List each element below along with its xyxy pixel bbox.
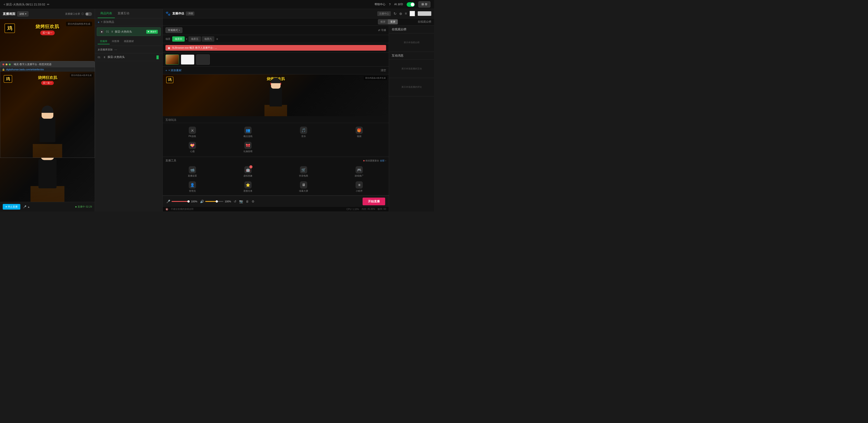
main-center-label[interactable]: 主播中心 <box>377 11 391 16</box>
scene-thumb-2-inner <box>181 55 194 64</box>
back-button[interactable]: < 探店-火热街头 08/11 21:33:02 <box>4 2 45 6</box>
save-button[interactable]: 保 存 <box>418 1 430 7</box>
scene-thumb-1-inner <box>166 55 179 64</box>
monitor-control-icon[interactable]: 🖥 <box>246 200 249 203</box>
scene-thumb-3[interactable] <box>196 55 210 65</box>
browser-close-dot[interactable] <box>2 63 4 65</box>
view-all-button[interactable]: 全部 <box>380 159 384 162</box>
screen-vertical-tab[interactable]: 竖屏 <box>388 19 398 24</box>
mini-program-label: 小程序 <box>356 189 363 192</box>
fps-label: 帧率: 60 <box>378 208 386 211</box>
refresh-icon[interactable]: ↻ <box>394 11 397 16</box>
ai-watermark-toggle[interactable] <box>407 2 415 7</box>
audio-number: 01 <box>98 56 101 59</box>
fans-item[interactable]: 👥 截点连线 <box>220 125 276 140</box>
screen-horizontal-tab[interactable]: 横屏 <box>378 19 388 24</box>
camera-control-icon[interactable]: 📷 <box>239 200 243 203</box>
full-screen-tool[interactable]: 🖥 绿幕大屏 <box>276 180 331 194</box>
heart-item[interactable]: 💝 心愿 <box>164 140 220 155</box>
live-tools-title: 直播工具 <box>165 159 176 162</box>
more-options-button[interactable]: ··· <box>114 48 117 51</box>
virtual-avatar-tool[interactable]: 🤖 ! 虚拟形象 <box>220 164 276 179</box>
browser-url[interactable]: digitalhuman.baidu.com/artistelite/obs <box>6 68 44 71</box>
from-library-label[interactable]: 从音频库添加 <box>98 48 113 51</box>
tab-products[interactable]: 商品列表 <box>98 9 115 18</box>
tiktok-shop-tool[interactable]: 🛒 抖音电商 <box>276 164 331 179</box>
online-viewers-section-title: 在线观众榜 <box>389 26 434 33</box>
tab-interaction[interactable]: 直播互动 <box>115 9 132 18</box>
color-picker[interactable] <box>410 11 415 16</box>
live-settings-label: 直播设置 <box>188 174 197 178</box>
pause-button[interactable]: ⏸ <box>111 30 114 33</box>
scene-area-label: 场景 <box>165 37 170 41</box>
live-settings-tool[interactable]: 📹 直播设置 <box>164 164 220 179</box>
manage-fans-tool[interactable]: 👤 管理员 <box>164 180 220 194</box>
pk-item[interactable]: ⚔ PK连线 <box>164 125 220 140</box>
tiktok-shop-label: 抖音电商 <box>299 174 308 178</box>
browser-maximize-dot[interactable] <box>9 63 11 65</box>
cpu-label: CPU: 1.10% <box>346 208 359 210</box>
scene-dropdown-icon[interactable]: ▾ <box>186 38 187 40</box>
status-bar: 🔇 不建议直播的游戏说明 CPU: 1.10% 内存: 45.36% 帧率: 6… <box>163 207 389 211</box>
scene-tab-4[interactable]: 场景四 <box>172 36 185 41</box>
no-game-notice: 🔇 <box>165 208 168 210</box>
scene-thumb-2[interactable] <box>181 55 194 65</box>
scene-thumbnails <box>163 53 389 67</box>
virtual-avatar-badge: ! <box>249 165 252 169</box>
game-promo-tool[interactable]: 🎮 游戏推广 <box>332 164 387 179</box>
heart-icon: 💝 <box>189 142 196 149</box>
mic-slider[interactable] <box>172 201 190 202</box>
scene-name: 探店-火热街头 <box>115 30 146 34</box>
show-viewers-text: 展示本场观众榜 <box>404 41 420 44</box>
mode-selector[interactable]: 常规模式 ▾ <box>165 27 182 33</box>
music-item[interactable]: 🎵 音乐 <box>276 125 331 140</box>
settings-icon[interactable]: ⊕ <box>399 11 402 16</box>
add-scene-button[interactable]: + <box>216 37 218 41</box>
filter-button[interactable]: 滤镜 ▾ <box>17 11 29 17</box>
gift-item[interactable]: 🎁 福袋 <box>332 125 387 140</box>
fullscreen-toggle[interactable] <box>85 12 92 16</box>
edit-icon[interactable]: ✏ <box>47 3 50 6</box>
speaker-volume-control: 🔊 100% <box>200 200 231 203</box>
play-button[interactable]: ▶ <box>100 29 104 34</box>
mic-chevron-icon[interactable]: ▲ <box>27 205 30 208</box>
start-live-button[interactable]: 开始直播 <box>363 198 385 205</box>
live-dot <box>75 206 76 208</box>
sub-tab-material[interactable]: 画面素材 <box>122 39 136 44</box>
buy-send-badge: 买一送一 <box>40 31 55 35</box>
top-bar: < 探店-火热街头 08/11 21:33:02 ✏ 帮助中心 ? AI 水印 … <box>0 0 434 9</box>
add-materials-button[interactable]: + + 添加素材 <box>165 68 182 72</box>
live-view-title: 直播画面 <box>3 12 16 16</box>
gift-action-item[interactable]: 🎀 礼物投喂 <box>220 140 276 155</box>
ai-watermark-label: AI 水印 <box>394 2 403 6</box>
full-screen-label: 绿幕大屏 <box>299 189 308 192</box>
clear-button[interactable]: 清空 <box>381 68 386 72</box>
fullscreen-label: 直播窗口全屏 <box>65 12 80 16</box>
show-comments-text: 展示本场直播的评论 <box>401 86 422 89</box>
middle-panel: 商品列表 直播互动 + + 添加商品 ▶ 01 ⏸ 探店-火热街头 ▶ 播放中 … <box>95 9 163 211</box>
tools-grid: 📹 直播设置 🤖 ! 虚拟形象 🛒 抖音电商 <box>163 163 389 195</box>
speaker-slider[interactable] <box>205 201 223 202</box>
scene-tab-6[interactable]: 场景六 <box>202 36 214 41</box>
add-product-button[interactable]: + + 添加商品 <box>95 18 162 26</box>
companion-body: 常规模式 ▾ ⇄ 导播 场景 场景四 ▾ 场景五 场景六 + <box>163 26 434 211</box>
show-interaction-placeholder: 展示本场直播的互动 <box>392 62 431 75</box>
menu-icon[interactable]: ≡ <box>405 11 407 16</box>
stop-live-button[interactable]: ● 停止直播 <box>3 204 20 210</box>
star-tasks-tool[interactable]: ⭐ 星图任务 <box>220 180 276 194</box>
mini-program-tool[interactable]: ✳ 小程序 <box>332 180 387 194</box>
scene-thumb-1[interactable] <box>165 55 179 65</box>
audio-pause-button[interactable]: ⏸ <box>103 56 106 59</box>
app-popup-selector[interactable]: ▣ SLBrowser.exe 曦灵-数字人直播平台 - ... <box>165 45 386 51</box>
browser-minimize-dot[interactable] <box>6 63 7 65</box>
scene-tab-5[interactable]: 场景五 <box>188 36 201 41</box>
no-game-notice-text: 不建议直播的游戏说明 <box>171 208 193 211</box>
refresh-control-icon[interactable]: ↺ <box>234 200 237 203</box>
import-label[interactable]: 导播 <box>381 29 386 32</box>
sub-tab-audio[interactable]: 音频库 <box>98 39 110 44</box>
mic-area: 🎤 ▲ <box>23 205 30 208</box>
settings-control-icon[interactable]: ⚙ <box>252 200 254 203</box>
help-icon: ? <box>389 3 391 6</box>
sub-tab-qa[interactable]: 问答库 <box>110 39 122 44</box>
help-center-link[interactable]: 帮助中心 <box>375 2 385 6</box>
